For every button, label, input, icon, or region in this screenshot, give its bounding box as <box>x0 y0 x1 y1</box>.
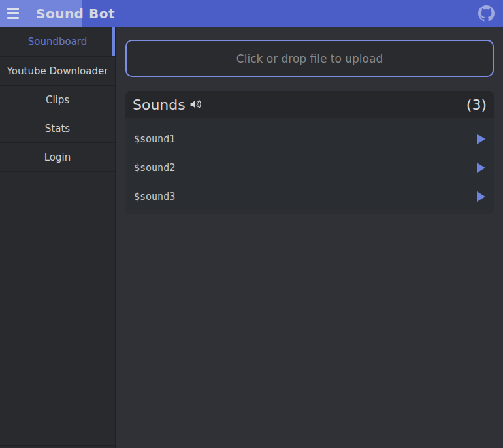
speaker-icon <box>189 97 203 114</box>
play-icon[interactable] <box>477 191 485 202</box>
main-content: Click or drop file to upload Sounds (3) … <box>116 27 503 448</box>
sidebar-item-label: Clips <box>46 94 69 106</box>
sidebar-nav: SoundboardYoutube DownloaderClipsStatsLo… <box>0 27 116 448</box>
app-title: Sound Bot <box>36 0 115 27</box>
upload-label: Click or drop file to upload <box>236 52 383 65</box>
sidebar-item-stats[interactable]: Stats <box>0 114 115 143</box>
sidebar-item-label: Stats <box>45 123 70 135</box>
sound-list: $sound1$sound2$sound3 <box>125 118 494 214</box>
sidebar-item-login[interactable]: Login <box>0 143 115 172</box>
sidebar-item-label: Youtube Downloader <box>7 65 108 77</box>
play-icon[interactable] <box>477 134 485 144</box>
sound-name: $sound1 <box>134 133 175 145</box>
sound-name: $sound2 <box>134 162 175 174</box>
sidebar-item-soundboard[interactable]: Soundboard <box>0 27 115 57</box>
sound-row[interactable]: $sound1 <box>125 125 494 153</box>
github-icon[interactable] <box>478 5 495 22</box>
sounds-panel-header: Sounds (3) <box>125 91 494 118</box>
file-upload-dropzone[interactable]: Click or drop file to upload <box>125 40 494 77</box>
sounds-panel-title: Sounds <box>133 97 186 113</box>
play-icon[interactable] <box>477 163 485 173</box>
sidebar-bottom-divider <box>0 445 115 448</box>
sounds-count: (3) <box>466 97 487 113</box>
sidebar-item-label: Login <box>44 152 71 163</box>
app-header: Sound Bot <box>0 0 503 27</box>
hamburger-menu-icon[interactable] <box>7 8 19 19</box>
sound-row[interactable]: $sound3 <box>125 182 494 211</box>
sounds-panel: Sounds (3) $sound1$sound2$sound3 <box>125 91 494 214</box>
sound-row[interactable]: $sound2 <box>125 153 494 182</box>
page-layout: SoundboardYoutube DownloaderClipsStatsLo… <box>0 27 503 448</box>
sidebar-item-youtube-downloader[interactable]: Youtube Downloader <box>0 57 115 86</box>
active-item-indicator <box>112 27 115 56</box>
sidebar-item-label: Soundboard <box>28 36 88 48</box>
sound-name: $sound3 <box>134 191 175 202</box>
sidebar-item-clips[interactable]: Clips <box>0 86 115 114</box>
